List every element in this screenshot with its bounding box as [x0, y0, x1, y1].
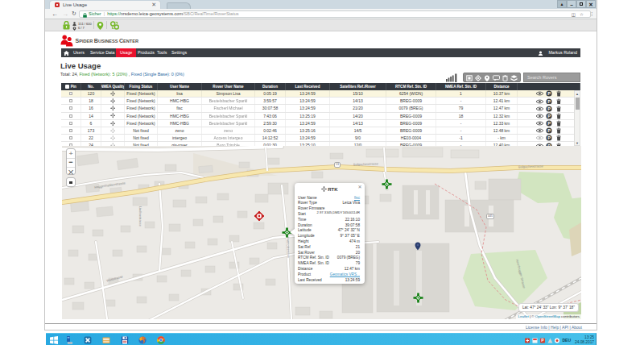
- svg-text:P: P: [547, 128, 551, 133]
- svg-text:P: P: [547, 136, 551, 141]
- svg-text:P: P: [547, 114, 551, 118]
- svg-text:P: P: [547, 99, 551, 104]
- svg-text:P: P: [547, 92, 551, 97]
- svg-text:P: P: [547, 106, 551, 111]
- svg-text:P: P: [547, 121, 551, 126]
